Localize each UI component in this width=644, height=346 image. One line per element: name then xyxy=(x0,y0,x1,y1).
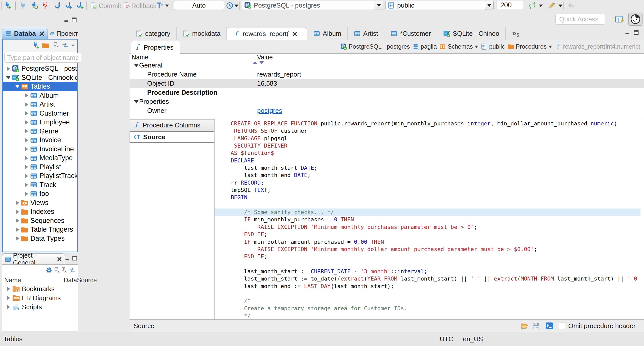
property-row-procedure-description[interactable]: Procedure Description xyxy=(130,88,644,97)
maximize-editor-button[interactable] xyxy=(633,29,639,36)
expand-arrow-icon[interactable] xyxy=(23,164,29,170)
tree-item-views[interactable]: Views xyxy=(3,198,77,207)
history-dropdown-icon[interactable] xyxy=(234,5,238,7)
breadcrumb-item-public[interactable]: public xyxy=(481,43,505,50)
chevron-down-icon[interactable] xyxy=(475,46,478,48)
close-icon[interactable] xyxy=(38,30,46,38)
tree-item-track[interactable]: Track xyxy=(3,181,77,190)
dbeaver-perspective-button[interactable] xyxy=(628,13,642,26)
collapse-arrow-icon[interactable] xyxy=(134,64,139,67)
tree-item-customer[interactable]: Customer xyxy=(3,109,77,118)
tab-properties[interactable]: f Properties xyxy=(131,41,180,54)
column-name[interactable]: Name xyxy=(132,54,148,61)
refresh-icon[interactable] xyxy=(528,2,537,9)
connection-combo[interactable]: PostgreSQL - postgres xyxy=(242,1,375,10)
schema-dropdown-button[interactable] xyxy=(485,1,494,10)
expand-arrow-icon[interactable] xyxy=(23,119,29,125)
tree-item-sequences[interactable]: Sequences xyxy=(3,216,77,225)
expand-arrow-icon[interactable] xyxy=(23,155,29,161)
tree-item-playlist[interactable]: Playlist xyxy=(3,163,77,172)
property-row-owner[interactable]: Ownerpostgres xyxy=(130,106,644,115)
minimize-view-button[interactable] xyxy=(63,17,70,23)
object-filter-input[interactable] xyxy=(4,53,81,63)
expand-arrow-icon[interactable] xyxy=(14,235,20,241)
breadcrumb-item-procedures[interactable]: Procedures xyxy=(507,43,552,50)
tree-item-indexes[interactable]: Indexes xyxy=(3,207,77,216)
refresh-dropdown-icon[interactable] xyxy=(539,5,543,7)
commit-icon[interactable] xyxy=(90,2,97,9)
expand-arrow-icon[interactable] xyxy=(23,101,29,108)
tree-item-employee[interactable]: Employee xyxy=(3,118,77,127)
tree-item-table-triggers[interactable]: Table Triggers xyxy=(3,225,77,234)
expand-arrow-icon[interactable] xyxy=(5,295,11,301)
column-datasource[interactable]: DataSource xyxy=(64,276,97,284)
perspective-icon[interactable] xyxy=(615,15,624,24)
locale-label[interactable]: en_US xyxy=(463,335,483,343)
generate-sql-dropdown-icon[interactable] xyxy=(558,5,562,7)
project-item-scripts[interactable]: Scripts xyxy=(2,302,78,312)
editor-tab-mockdata[interactable]: mockdata xyxy=(177,27,227,40)
source-code[interactable]: CREATE OR REPLACE FUNCTION public.reward… xyxy=(215,118,640,319)
tree-item-data-types[interactable]: Data Types xyxy=(3,234,77,243)
close-icon[interactable] xyxy=(56,256,63,263)
rollback-icon[interactable] xyxy=(123,2,130,9)
editor-tab-category[interactable]: category xyxy=(130,27,177,40)
minimize-editor-button[interactable] xyxy=(624,29,631,36)
new-sql-editor-icon[interactable] xyxy=(64,2,73,9)
collapse-up-icon[interactable] xyxy=(253,61,257,64)
property-row-general[interactable]: General xyxy=(130,61,644,70)
breadcrumb-item-postgresql-postgres[interactable]: PostgreSQL - postgres xyxy=(340,43,410,50)
breadcrumb-item-rewards-report-int4-numeric-[interactable]: frewards_report(int4,numeric) xyxy=(555,43,640,50)
breadcrumb-item-schemas[interactable]: Schemas xyxy=(439,43,478,50)
procedure-columns-item[interactable]: f Procedure Columns xyxy=(130,119,214,131)
expand-arrow-icon[interactable] xyxy=(14,218,20,224)
expand-arrow-icon[interactable] xyxy=(23,110,29,116)
editor-tab-rewards-report-[interactable]: frewards_report( xyxy=(227,27,307,40)
property-row-object-id[interactable]: Object ID16,583 xyxy=(130,79,644,88)
autocommit-combo[interactable]: Auto xyxy=(174,1,224,10)
expand-arrow-icon[interactable] xyxy=(5,66,11,72)
schema-combo[interactable]: public xyxy=(385,1,486,10)
close-icon[interactable] xyxy=(291,30,298,38)
omit-procedure-header-checkbox[interactable] xyxy=(559,323,565,329)
transaction-mode-icon[interactable] xyxy=(156,2,164,9)
recent-sql-editor-icon[interactable] xyxy=(75,2,85,9)
new-connection-icon[interactable] xyxy=(4,2,12,9)
collapse-down-icon[interactable] xyxy=(259,61,264,64)
generate-sql-pen-icon[interactable] xyxy=(547,2,556,9)
collapse-all-icon[interactable] xyxy=(54,267,61,274)
tree-item-postgresql-postgres[interactable]: PostgreSQL - postgres xyxy=(3,64,77,73)
quick-access-input[interactable] xyxy=(555,14,605,25)
new-connection-icon[interactable] xyxy=(32,42,39,49)
breadcrumb-item-pagila[interactable]: pagila xyxy=(412,43,437,50)
sql-editor-icon[interactable] xyxy=(54,2,62,9)
expand-arrow-icon[interactable] xyxy=(14,200,20,206)
link-with-editor-icon[interactable] xyxy=(62,42,69,49)
tree-item-sqlite-chinook-db[interactable]: SQLite - Chinook.db xyxy=(3,73,77,82)
rollback-button[interactable]: Rollback xyxy=(131,2,156,10)
tab-projects[interactable]: Проект xyxy=(48,28,78,39)
transaction-dropdown-icon[interactable] xyxy=(165,5,169,7)
expand-arrow-icon[interactable] xyxy=(23,173,29,179)
expand-arrow-icon[interactable] xyxy=(23,146,29,152)
maximize-view-button[interactable] xyxy=(71,255,78,261)
maximize-view-button[interactable] xyxy=(71,17,77,23)
project-item-bookmarks[interactable]: Bookmarks xyxy=(2,284,78,293)
property-row-properties[interactable]: Properties xyxy=(130,97,644,106)
tree-item-invoice[interactable]: Invoice xyxy=(3,136,77,145)
expand-arrow-icon[interactable] xyxy=(23,128,29,134)
tree-item-mediatype[interactable]: MediaType xyxy=(3,154,77,163)
expand-arrow-icon[interactable] xyxy=(23,92,29,98)
grid-collapse-control[interactable] xyxy=(253,61,264,64)
tree-item-tables[interactable]: Tables xyxy=(3,82,77,91)
link-with-editor-icon[interactable] xyxy=(69,267,76,274)
tab-project-general[interactable]: Project - General xyxy=(2,253,65,264)
settings-gear-icon[interactable] xyxy=(46,267,53,274)
collapse-arrow-icon[interactable] xyxy=(5,75,11,81)
open-file-icon[interactable] xyxy=(520,322,528,330)
tree-item-genre[interactable]: Genre xyxy=(3,127,77,136)
save-to-file-icon[interactable] xyxy=(533,322,540,330)
editor-tab-sqlite-chinoo[interactable]: SQLite - Chinoo xyxy=(437,27,506,40)
tree-item-artist[interactable]: Artist xyxy=(3,100,77,109)
view-menu-icon[interactable] xyxy=(71,42,76,49)
